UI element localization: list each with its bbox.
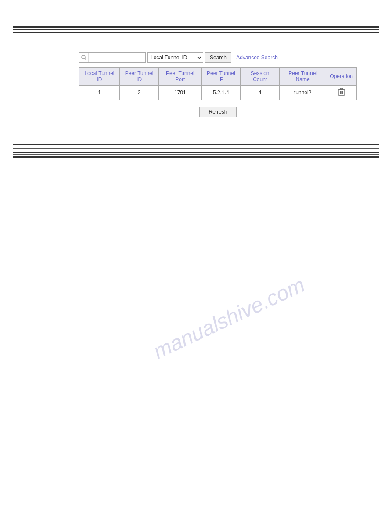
svg-point-0	[82, 55, 85, 59]
table-row: 1 2 1701 5.2.1.4 4 tunnel2	[79, 86, 357, 100]
data-table-wrapper: Local Tunnel ID Peer Tunnel ID Peer Tunn…	[79, 67, 357, 100]
cell-peer-tunnel-name: tunnel2	[280, 86, 326, 100]
refresh-button[interactable]: Refresh	[199, 107, 236, 117]
hr-thin-top	[13, 29, 379, 30]
svg-line-1	[85, 58, 86, 60]
col-operation: Operation	[326, 68, 357, 86]
bottom-hr-7	[13, 156, 379, 158]
cell-session-count: 4	[241, 86, 280, 100]
search-area: Local Tunnel ID Peer Tunnel ID Peer Tunn…	[79, 52, 379, 63]
table-header-row: Local Tunnel ID Peer Tunnel ID Peer Tunn…	[79, 68, 357, 86]
bottom-hr-2	[13, 147, 379, 147]
col-peer-tunnel-port: Peer Tunnel Port	[159, 68, 201, 86]
search-dropdown[interactable]: Local Tunnel ID Peer Tunnel ID Peer Tunn…	[147, 52, 203, 63]
watermark: manualshive.com	[149, 273, 308, 364]
cell-peer-tunnel-port: 1701	[159, 86, 201, 100]
page-wrapper: Local Tunnel ID Peer Tunnel ID Peer Tunn…	[0, 26, 392, 532]
cell-local-tunnel-id: 1	[79, 86, 120, 100]
top-rules	[0, 26, 392, 33]
refresh-area: Refresh	[79, 107, 357, 117]
table-header: Local Tunnel ID Peer Tunnel ID Peer Tunn…	[79, 68, 357, 86]
bottom-hr-6	[13, 154, 379, 155]
hr-thick2-top	[13, 32, 379, 33]
bottom-rules	[0, 144, 392, 158]
main-content: Local Tunnel ID Peer Tunnel ID Peer Tunn…	[0, 35, 392, 126]
separator: |	[233, 54, 234, 61]
cell-operation	[326, 86, 357, 100]
cell-peer-tunnel-id: 2	[119, 86, 158, 100]
delete-icon[interactable]	[338, 88, 345, 97]
bottom-hr-1	[13, 144, 379, 145]
bottom-hr-3	[13, 148, 379, 149]
search-input-group	[79, 52, 146, 63]
tunnel-table: Local Tunnel ID Peer Tunnel ID Peer Tunn…	[79, 67, 357, 100]
col-local-tunnel-id: Local Tunnel ID	[79, 68, 120, 86]
search-icon	[79, 53, 88, 62]
hr-thick-top	[13, 26, 379, 28]
col-peer-tunnel-ip: Peer Tunnel IP	[201, 68, 241, 86]
svg-rect-4	[340, 88, 343, 90]
cell-peer-tunnel-ip: 5.2.1.4	[201, 86, 241, 100]
search-button[interactable]: Search	[205, 52, 231, 63]
bottom-hr-5	[13, 152, 379, 153]
table-body: 1 2 1701 5.2.1.4 4 tunnel2	[79, 86, 357, 100]
bottom-hr-4	[13, 151, 379, 151]
advanced-search-link[interactable]: Advanced Search	[236, 54, 278, 61]
col-session-count: Session Count	[241, 68, 280, 86]
col-peer-tunnel-id: Peer Tunnel ID	[119, 68, 158, 86]
col-peer-tunnel-name: Peer Tunnel Name	[280, 68, 326, 86]
search-input[interactable]	[88, 53, 145, 62]
